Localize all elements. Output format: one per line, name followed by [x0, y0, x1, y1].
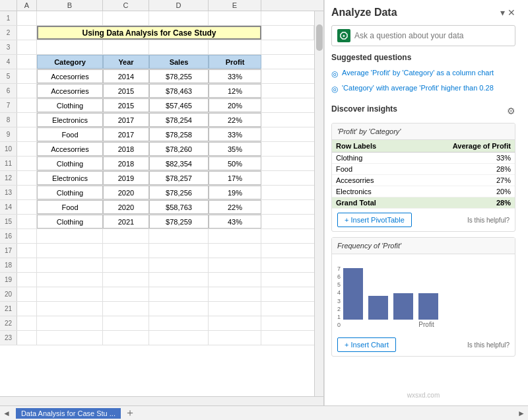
cell-4c[interactable]: Year [103, 55, 149, 69]
bar-group [368, 296, 388, 320]
col-header-b[interactable]: B [37, 0, 103, 11]
add-sheet-button[interactable]: ＋ [121, 406, 139, 420]
bar-group [393, 293, 413, 320]
horizontal-scrollbar[interactable] [0, 396, 323, 405]
list-item: Electronics 20% [332, 186, 515, 197]
search-box[interactable]: ✦ [331, 25, 515, 46]
pivot-total-row: Grand Total 28% [332, 197, 515, 209]
y-axis: 7 6 5 4 3 2 1 0 [337, 265, 341, 328]
cell-4e[interactable]: Profit [209, 55, 261, 69]
row-num: 7 [0, 98, 17, 112]
table-row: 6 Accesorries 2015 $78,463 12% [0, 84, 314, 98]
cell-3b[interactable] [37, 40, 103, 54]
right-arrow-icon[interactable]: ► [515, 409, 528, 418]
spreadsheet: A B C D E 1 [0, 0, 324, 405]
pivot-value: 20% [409, 186, 515, 197]
title-cell[interactable]: Using Data Analysis for Case Study [37, 26, 261, 40]
pivot-total-value: 28% [409, 197, 515, 209]
col-header-c[interactable]: C [103, 0, 149, 11]
helpful-text: Is this helpful? [467, 217, 510, 224]
pivot-label: Clothing [332, 153, 409, 164]
table-row: 20 [0, 287, 314, 302]
table-row: 15 Clothing 2021 $78,259 43% [0, 215, 314, 229]
panel-controls: ▾ ✕ [500, 7, 515, 18]
panel-header: Analyze Data ▾ ✕ [331, 7, 515, 18]
pivot-label: Food [332, 164, 409, 175]
main-area: A B C D E 1 [0, 0, 528, 405]
row-num: 9 [0, 127, 17, 141]
chart-area: 7 6 5 4 3 2 1 0 [332, 254, 515, 333]
search-icon: ✦ [337, 29, 350, 42]
bar [418, 293, 438, 320]
left-arrow-icon[interactable]: ◄ [0, 409, 13, 418]
row-num: 13 [0, 186, 17, 199]
analyze-panel: Analyze Data ▾ ✕ ✦ Suggested questions ◎… [324, 0, 522, 405]
cell-2e[interactable] [261, 26, 314, 40]
col-header-d[interactable]: D [149, 0, 209, 11]
list-item: Accesorries 27% [332, 175, 515, 186]
row-num: 6 [0, 84, 17, 98]
question-text-2: 'Category' with average 'Profit' higher … [342, 84, 494, 92]
question-item[interactable]: ◎ 'Category' with average 'Profit' highe… [331, 81, 515, 96]
x-axis-label: Profit [343, 321, 510, 328]
insert-pivot-button[interactable]: + Insert PivotTable [337, 213, 412, 227]
table-row: 21 [0, 302, 314, 316]
cell-2a[interactable] [17, 26, 37, 40]
table-row: 14 Food 2020 $58,763 22% [0, 200, 314, 215]
question-icon: ◎ [331, 69, 338, 79]
row-num: 12 [0, 171, 17, 185]
cell-1a[interactable] [17, 11, 37, 25]
vertical-scrollbar[interactable] [314, 11, 323, 396]
chevron-down-icon[interactable]: ▾ [500, 7, 505, 18]
panel-title: Analyze Data [331, 7, 397, 18]
table-row: 16 [0, 229, 314, 244]
col-header-scroll [261, 0, 275, 11]
table-row: 5 Accesorries 2014 $78,255 33% [0, 69, 314, 84]
pivot-value: 33% [409, 153, 515, 164]
cell-4b[interactable]: Category [37, 55, 103, 69]
insert-chart-button[interactable]: + Insert Chart [337, 337, 396, 352]
question-item[interactable]: ◎ Average 'Profit' by 'Category' as a co… [331, 66, 515, 81]
list-item: Clothing 33% [332, 153, 515, 164]
search-input[interactable] [354, 31, 510, 40]
table-row: 8 Electronics 2017 $78,254 22% [0, 113, 314, 127]
cell-3c[interactable] [103, 40, 149, 54]
discover-label: Discover insights [331, 104, 397, 114]
cell-3d[interactable] [149, 40, 209, 54]
cell-1e[interactable] [209, 11, 261, 25]
pivot-col2: Average of Profit [409, 140, 515, 153]
cell-3a[interactable] [17, 40, 37, 54]
col-headers: A B C D E [0, 0, 323, 11]
card-footer: + Insert PivotTable Is this helpful? [332, 209, 515, 231]
list-item: Food 28% [332, 164, 515, 175]
settings-icon[interactable]: ⚙ [507, 106, 515, 116]
excel-app: A B C D E 1 [0, 0, 528, 420]
col-header-a[interactable]: A [17, 0, 37, 11]
row-num: 10 [0, 142, 17, 156]
table-row: 10 Accesorries 2018 $78,260 35% [0, 142, 314, 157]
row-num: 14 [0, 200, 17, 214]
sheet-tab[interactable]: Data Analysis for Case Stu ... [16, 408, 121, 419]
helpful-text: Is this helpful? [467, 341, 510, 349]
row-num: 11 [0, 157, 17, 170]
insight-title: 'Profit' by 'Category' [332, 123, 515, 140]
cell-1c[interactable] [103, 11, 149, 25]
cell-4a[interactable] [17, 55, 37, 69]
cell-4d[interactable]: Sales [149, 55, 209, 69]
cell-1b[interactable] [37, 11, 103, 25]
row-num: 3 [0, 40, 17, 54]
scrollbar-thumb[interactable] [316, 24, 323, 51]
col-header-e[interactable]: E [209, 0, 261, 11]
table-row: 9 Food 2017 $78,258 33% [0, 127, 314, 142]
close-icon[interactable]: ✕ [508, 7, 515, 18]
pivot-label: Accesorries [332, 175, 409, 186]
table-row: 18 [0, 258, 314, 273]
table-row: 4 Category Year Sales Profit [0, 55, 314, 69]
bar [343, 268, 363, 320]
bar [393, 293, 413, 320]
row-num: 5 [0, 69, 17, 83]
cell-1d[interactable] [149, 11, 209, 25]
cell-3e[interactable] [209, 40, 261, 54]
question-icon: ◎ [331, 85, 338, 94]
table-row: 7 Clothing 2015 $57,465 20% [0, 98, 314, 113]
